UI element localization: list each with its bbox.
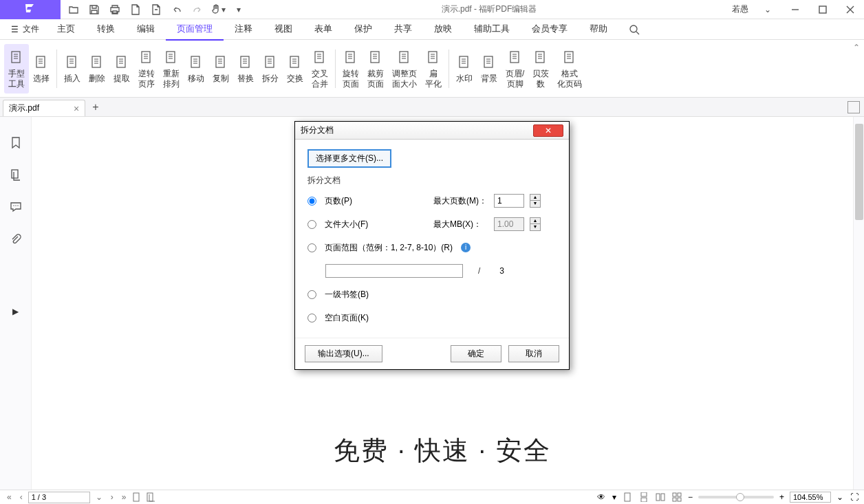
page-chevron-icon[interactable]: ⌄ xyxy=(93,492,105,502)
menu-页面管理[interactable]: 页面管理 xyxy=(166,19,224,41)
maximize-button[interactable] xyxy=(809,0,836,19)
ribbon-选择[interactable]: 选择 xyxy=(29,44,54,94)
ribbon-手型[interactable]: 手型工具 xyxy=(4,44,29,94)
search-icon[interactable] xyxy=(624,20,645,39)
menu-共享[interactable]: 共享 xyxy=(383,19,423,41)
opt-bookmark-radio[interactable] xyxy=(307,290,316,299)
panel-toggle-icon[interactable] xyxy=(847,101,860,113)
vertical-scrollbar[interactable] xyxy=(853,117,864,490)
undo-icon[interactable] xyxy=(166,0,187,19)
view-single-icon[interactable] xyxy=(622,492,633,503)
ribbon-格式[interactable]: 格式化页码 xyxy=(553,44,586,94)
qat-more-icon[interactable]: ▾ xyxy=(228,0,249,19)
user-name[interactable]: 若愚 xyxy=(726,3,754,15)
ribbon-插入[interactable]: 插入 xyxy=(60,44,85,94)
prev-page-button[interactable]: ‹ xyxy=(17,492,25,502)
menu-保护[interactable]: 保护 xyxy=(343,19,383,41)
last-page-button[interactable]: » xyxy=(119,492,129,502)
output-options-button[interactable]: 输出选项(U)... xyxy=(305,345,382,362)
dialog-close-button[interactable]: ✕ xyxy=(533,124,563,137)
redo-icon[interactable] xyxy=(187,0,208,19)
view-cont-icon[interactable] xyxy=(638,492,649,503)
sb-doc2-icon[interactable] xyxy=(145,492,156,503)
ribbon-提取[interactable]: 提取 xyxy=(109,44,134,94)
page-add-icon[interactable] xyxy=(125,0,146,19)
ribbon-旋转[interactable]: 旋转页面 xyxy=(338,44,363,94)
document-tab[interactable]: 演示.pdf × xyxy=(3,100,85,116)
next-page-button[interactable]: › xyxy=(108,492,116,502)
pages-icon[interactable] xyxy=(10,168,22,183)
open-icon[interactable] xyxy=(63,0,84,19)
sb-doc-icon[interactable] xyxy=(131,492,142,503)
tab-add-button[interactable]: + xyxy=(92,101,98,113)
comment-icon[interactable] xyxy=(10,201,22,215)
ribbon-扁[interactable]: 扁平化 xyxy=(421,44,446,94)
ribbon-逆转[interactable]: 逆转页序 xyxy=(134,44,159,94)
ribbon-贝茨[interactable]: 贝茨数 xyxy=(528,44,553,94)
view-eye-icon[interactable]: 👁 xyxy=(596,492,607,503)
fullscreen-icon[interactable]: ⛶ xyxy=(849,492,860,503)
ribbon-替换[interactable]: 替换 xyxy=(233,44,258,94)
menu-会员专享[interactable]: 会员专享 xyxy=(521,19,579,41)
zoom-in-button[interactable]: + xyxy=(779,492,784,502)
scroll-thumb[interactable] xyxy=(855,124,863,220)
ribbon-collapse-icon[interactable]: ⌃ xyxy=(853,43,860,52)
dialog-title: 拆分文档 xyxy=(301,124,334,136)
tab-label: 演示.pdf xyxy=(9,102,39,114)
sidebar-expand-icon[interactable]: ▶ xyxy=(12,307,19,316)
max-pages-label: 最大页数(M)： xyxy=(433,195,488,207)
user-chevron-icon[interactable]: ⌄ xyxy=(754,0,781,19)
ribbon-删除[interactable]: 删除 xyxy=(85,44,109,94)
page-number-input[interactable] xyxy=(28,492,90,503)
minimize-button[interactable] xyxy=(781,0,809,19)
ribbon-水印[interactable]: 水印 xyxy=(452,44,477,94)
menu-帮助[interactable]: 帮助 xyxy=(579,19,618,41)
opt-pages-radio[interactable] xyxy=(307,197,316,206)
ribbon-移动[interactable]: 移动 xyxy=(184,44,208,94)
max-pages-spinner[interactable]: ▲▼ xyxy=(530,194,541,208)
opt-size-radio[interactable] xyxy=(307,220,316,229)
max-pages-input[interactable] xyxy=(494,194,524,208)
bookmark-icon[interactable] xyxy=(10,136,22,151)
menu-编辑[interactable]: 编辑 xyxy=(126,19,166,41)
ribbon-调整页[interactable]: 调整页面大小 xyxy=(388,44,421,94)
select-more-files-button[interactable]: 选择更多文件(S)... xyxy=(307,149,391,168)
zoom-out-button[interactable]: − xyxy=(688,492,693,502)
ribbon-裁剪[interactable]: 裁剪页面 xyxy=(363,44,388,94)
first-page-button[interactable]: « xyxy=(4,492,14,502)
view-facing-icon[interactable] xyxy=(655,492,666,503)
ok-button[interactable]: 确定 xyxy=(451,345,501,362)
opt-blank-radio[interactable] xyxy=(307,314,316,322)
menu-表单[interactable]: 表单 xyxy=(303,19,343,41)
ribbon-重新[interactable]: 重新排列 xyxy=(159,44,184,94)
ribbon-复制[interactable]: 复制 xyxy=(208,44,233,94)
save-icon[interactable] xyxy=(84,0,105,19)
app-logo[interactable] xyxy=(0,0,61,19)
print-icon[interactable] xyxy=(105,0,125,19)
menu-主页[interactable]: 主页 xyxy=(46,19,86,41)
ribbon-交换[interactable]: 交换 xyxy=(283,44,307,94)
menu-转换[interactable]: 转换 xyxy=(86,19,126,41)
info-icon[interactable]: i xyxy=(461,243,471,252)
hand-icon[interactable]: ▾ xyxy=(208,0,228,19)
dialog-titlebar[interactable]: 拆分文档 ✕ xyxy=(295,122,569,140)
menu-视图[interactable]: 视图 xyxy=(263,19,303,41)
ribbon-页眉/[interactable]: 页眉/页脚 xyxy=(501,44,528,94)
cancel-button[interactable]: 取消 xyxy=(508,345,559,362)
range-input[interactable] xyxy=(325,264,463,278)
page-alt-icon[interactable] xyxy=(146,0,166,19)
close-button[interactable] xyxy=(836,0,864,19)
ribbon-交叉[interactable]: 交叉合并 xyxy=(307,44,332,94)
ribbon-背景[interactable]: 背景 xyxy=(477,44,501,94)
attachment-icon[interactable] xyxy=(10,233,22,248)
tab-close-icon[interactable]: × xyxy=(74,103,79,114)
ribbon-拆分[interactable]: 拆分 xyxy=(258,44,283,94)
zoom-slider[interactable] xyxy=(698,496,774,498)
zoom-value[interactable]: 104.55% xyxy=(790,492,831,503)
menu-辅助工具[interactable]: 辅助工具 xyxy=(463,19,521,41)
file-menu[interactable]: ☰ 文件 xyxy=(4,20,46,39)
menu-放映[interactable]: 放映 xyxy=(423,19,463,41)
view-facing-cont-icon[interactable] xyxy=(671,492,682,503)
menu-注释[interactable]: 注释 xyxy=(224,19,263,41)
opt-range-radio[interactable] xyxy=(307,243,316,252)
